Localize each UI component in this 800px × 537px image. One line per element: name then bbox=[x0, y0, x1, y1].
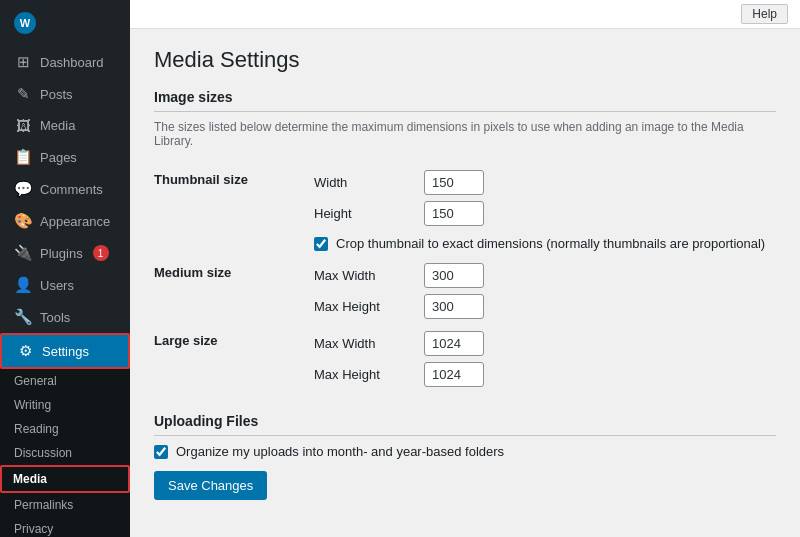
sidebar-item-dashboard[interactable]: ⊞ Dashboard bbox=[0, 46, 130, 78]
plugins-badge: 1 bbox=[93, 245, 109, 261]
thumbnail-width-input[interactable] bbox=[424, 170, 484, 195]
crop-checkbox[interactable] bbox=[314, 237, 328, 251]
medium-height-row: Max Height bbox=[314, 294, 776, 319]
wp-logo: W bbox=[0, 0, 130, 46]
pages-icon: 📋 bbox=[14, 148, 32, 166]
organize-checkbox-row: Organize my uploads into month- and year… bbox=[154, 444, 776, 459]
tools-icon: 🔧 bbox=[14, 308, 32, 326]
sidebar-item-plugins[interactable]: 🔌 Plugins 1 bbox=[0, 237, 130, 269]
settings-icon: ⚙ bbox=[16, 342, 34, 360]
medium-width-row: Max Width bbox=[314, 263, 776, 288]
uploading-section: Uploading Files Organize my uploads into… bbox=[154, 413, 776, 459]
sidebar-item-label: Dashboard bbox=[40, 55, 104, 70]
medium-width-label: Max Width bbox=[314, 268, 414, 283]
medium-width-input[interactable] bbox=[424, 263, 484, 288]
sidebar-item-media[interactable]: 🖼 Media bbox=[0, 110, 130, 141]
image-sizes-title: Image sizes bbox=[154, 89, 776, 112]
comments-icon: 💬 bbox=[14, 180, 32, 198]
medium-label: Medium size bbox=[154, 257, 314, 325]
thumbnail-label: Thumbnail size bbox=[154, 164, 314, 257]
large-height-row: Max Height bbox=[314, 362, 776, 387]
save-changes-button[interactable]: Save Changes bbox=[154, 471, 267, 500]
sidebar-item-pages[interactable]: 📋 Pages bbox=[0, 141, 130, 173]
topbar: Help bbox=[130, 0, 800, 29]
image-sizes-desc: The sizes listed below determine the max… bbox=[154, 120, 776, 148]
thumbnail-height-input[interactable] bbox=[424, 201, 484, 226]
settings-submenu: General Writing Reading Discussion Media… bbox=[0, 369, 130, 537]
sidebar-item-appearance[interactable]: 🎨 Appearance bbox=[0, 205, 130, 237]
wordpress-icon: W bbox=[14, 12, 36, 34]
crop-checkbox-row: Crop thumbnail to exact dimensions (norm… bbox=[314, 236, 776, 251]
appearance-icon: 🎨 bbox=[14, 212, 32, 230]
medium-fields: Max Width Max Height bbox=[314, 263, 776, 319]
sidebar: W ⊞ Dashboard ✎ Posts 🖼 Media 📋 Pages 💬 … bbox=[0, 0, 130, 537]
thumbnail-height-label: Height bbox=[314, 206, 414, 221]
dashboard-icon: ⊞ bbox=[14, 53, 32, 71]
medium-height-label: Max Height bbox=[314, 299, 414, 314]
large-height-input[interactable] bbox=[424, 362, 484, 387]
content-area: Media Settings Image sizes The sizes lis… bbox=[130, 29, 800, 537]
sidebar-item-label: Appearance bbox=[40, 214, 110, 229]
large-label: Large size bbox=[154, 325, 314, 393]
sidebar-item-label: Settings bbox=[42, 344, 89, 359]
help-button[interactable]: Help bbox=[741, 4, 788, 24]
thumbnail-width-row: Width bbox=[314, 170, 776, 195]
large-width-row: Max Width bbox=[314, 331, 776, 356]
sidebar-item-label: Posts bbox=[40, 87, 73, 102]
sidebar-item-settings[interactable]: ⚙ Settings bbox=[0, 333, 130, 369]
sidebar-item-label: Pages bbox=[40, 150, 77, 165]
sidebar-item-label: Tools bbox=[40, 310, 70, 325]
organize-checkbox[interactable] bbox=[154, 445, 168, 459]
thumbnail-height-row: Height bbox=[314, 201, 776, 226]
submenu-discussion[interactable]: Discussion bbox=[0, 441, 130, 465]
medium-row: Medium size Max Width Max Height bbox=[154, 257, 776, 325]
large-width-label: Max Width bbox=[314, 336, 414, 351]
thumbnail-width-label: Width bbox=[314, 175, 414, 190]
large-fields: Max Width Max Height bbox=[314, 331, 776, 387]
sidebar-item-posts[interactable]: ✎ Posts bbox=[0, 78, 130, 110]
large-row: Large size Max Width Max Height bbox=[154, 325, 776, 393]
users-icon: 👤 bbox=[14, 276, 32, 294]
sidebar-item-tools[interactable]: 🔧 Tools bbox=[0, 301, 130, 333]
sidebar-item-label: Comments bbox=[40, 182, 103, 197]
submenu-privacy[interactable]: Privacy bbox=[0, 517, 130, 537]
organize-label: Organize my uploads into month- and year… bbox=[176, 444, 504, 459]
uploading-title: Uploading Files bbox=[154, 413, 776, 436]
sidebar-item-comments[interactable]: 💬 Comments bbox=[0, 173, 130, 205]
main-area: Help Media Settings Image sizes The size… bbox=[130, 0, 800, 537]
sidebar-item-label: Users bbox=[40, 278, 74, 293]
crop-label: Crop thumbnail to exact dimensions (norm… bbox=[336, 236, 765, 251]
thumbnail-row: Thumbnail size Width Height bbox=[154, 164, 776, 257]
sidebar-item-label: Plugins bbox=[40, 246, 83, 261]
media-icon: 🖼 bbox=[14, 117, 32, 134]
plugins-icon: 🔌 bbox=[14, 244, 32, 262]
large-height-label: Max Height bbox=[314, 367, 414, 382]
page-title: Media Settings bbox=[154, 47, 776, 73]
submenu-media[interactable]: Media bbox=[0, 465, 130, 493]
submenu-writing[interactable]: Writing bbox=[0, 393, 130, 417]
submenu-reading[interactable]: Reading bbox=[0, 417, 130, 441]
posts-icon: ✎ bbox=[14, 85, 32, 103]
submenu-permalinks[interactable]: Permalinks bbox=[0, 493, 130, 517]
sidebar-item-users[interactable]: 👤 Users bbox=[0, 269, 130, 301]
thumbnail-fields: Width Height Crop thumbnail to exact dim… bbox=[314, 170, 776, 251]
sidebar-item-label: Media bbox=[40, 118, 75, 133]
medium-height-input[interactable] bbox=[424, 294, 484, 319]
submenu-general[interactable]: General bbox=[0, 369, 130, 393]
image-sizes-table: Thumbnail size Width Height bbox=[154, 164, 776, 393]
large-width-input[interactable] bbox=[424, 331, 484, 356]
